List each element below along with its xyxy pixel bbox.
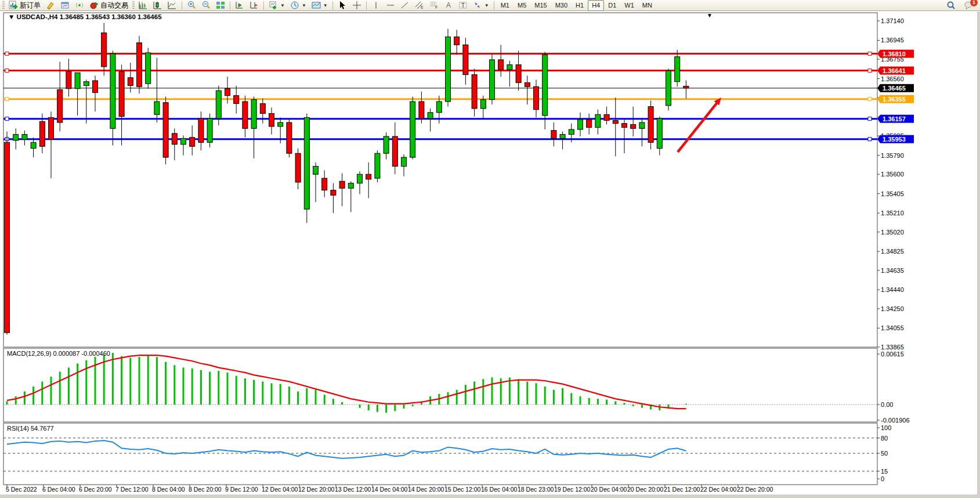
search-button[interactable] bbox=[944, 0, 958, 11]
notification-badge: 1 bbox=[970, 0, 978, 7]
cursor-tool-button[interactable] bbox=[335, 0, 349, 11]
candle bbox=[648, 107, 653, 143]
dropdown-arrow-icon: ▼ bbox=[323, 3, 328, 8]
candle bbox=[392, 136, 397, 166]
timeframe-button-h4[interactable]: H4 bbox=[588, 0, 604, 11]
text-tool-button[interactable]: A bbox=[442, 0, 455, 11]
line-handle[interactable] bbox=[868, 69, 871, 73]
price-tick-label: 1.34250 bbox=[881, 305, 904, 312]
candle bbox=[119, 72, 124, 117]
highlighter-button[interactable] bbox=[44, 0, 57, 11]
new-order-button[interactable]: 新订单 bbox=[6, 0, 43, 11]
candle bbox=[207, 118, 212, 142]
candle bbox=[454, 37, 460, 45]
dropdown-arrow-icon: ▼ bbox=[280, 3, 285, 8]
timeframe-button-m15[interactable]: M15 bbox=[530, 0, 551, 11]
bar-chart-mode-button[interactable] bbox=[136, 0, 150, 11]
rsi-tick-label: 100 bbox=[881, 424, 891, 431]
hline-tool-button[interactable] bbox=[384, 0, 397, 11]
arrows-tool-button[interactable]: ▼ bbox=[471, 0, 491, 11]
line-handle[interactable] bbox=[5, 69, 9, 73]
chart-canvas[interactable]: 1.371401.369451.367551.365601.363701.361… bbox=[0, 12, 980, 498]
timeframe-button-d1[interactable]: D1 bbox=[604, 0, 620, 11]
candle bbox=[384, 136, 389, 153]
candle bbox=[93, 81, 98, 93]
macd-pane[interactable] bbox=[3, 348, 877, 422]
candle bbox=[551, 131, 556, 139]
line-chart-mode-button[interactable] bbox=[165, 0, 179, 11]
dropdown-arrow-icon: ▼ bbox=[302, 3, 306, 8]
main-pane[interactable] bbox=[3, 13, 877, 347]
timeframe-button-h1[interactable]: H1 bbox=[572, 0, 588, 11]
market-window-button[interactable] bbox=[58, 0, 72, 11]
rsi-tick-label: 15 bbox=[881, 468, 888, 475]
templates-button[interactable]: ▼ bbox=[309, 0, 330, 11]
rsi-pane[interactable] bbox=[3, 423, 877, 485]
line-handle[interactable] bbox=[868, 98, 871, 101]
chart-shift-marker[interactable]: ▼ bbox=[707, 12, 713, 19]
candle bbox=[436, 102, 442, 113]
timeframe-button-mn[interactable]: MN bbox=[638, 0, 656, 11]
auto-scroll-button[interactable] bbox=[233, 0, 247, 11]
line-chart-icon bbox=[168, 1, 177, 10]
candle bbox=[128, 78, 133, 86]
crosshair-tool-button[interactable] bbox=[350, 0, 364, 11]
zoom-out-button[interactable] bbox=[199, 0, 213, 11]
candle bbox=[613, 121, 618, 124]
candle bbox=[13, 135, 19, 140]
time-tick-label: 22 Dec 04:00 bbox=[700, 486, 737, 493]
timeframe-button-m30[interactable]: M30 bbox=[551, 0, 572, 11]
candle bbox=[39, 121, 45, 146]
line-handle[interactable] bbox=[868, 52, 871, 56]
rsi-tick-label: 0 bbox=[881, 475, 884, 482]
candle bbox=[243, 102, 248, 128]
candlestick-icon bbox=[153, 1, 162, 10]
price-badge-label: 1.36810 bbox=[883, 50, 906, 57]
channel-tool-button[interactable]: E bbox=[413, 0, 426, 11]
fibonacci-tool-button[interactable]: F bbox=[427, 0, 441, 11]
candle bbox=[75, 73, 80, 88]
window-edge bbox=[977, 12, 980, 498]
price-tick-label: 1.35405 bbox=[881, 190, 904, 197]
time-tick-label: 20 Dec 04:00 bbox=[591, 486, 627, 493]
candlestick-mode-button[interactable] bbox=[151, 0, 165, 11]
line-handle[interactable] bbox=[5, 98, 9, 101]
candle bbox=[622, 124, 627, 128]
vertical-line-icon bbox=[371, 1, 381, 10]
line-handle[interactable] bbox=[5, 117, 9, 121]
vline-tool-button[interactable] bbox=[369, 0, 383, 11]
equidistant-channel-icon: E bbox=[415, 1, 424, 10]
candle bbox=[313, 167, 319, 175]
text-label-tool-button[interactable]: T bbox=[456, 0, 470, 11]
periods-clock-icon bbox=[290, 1, 299, 10]
signals-button[interactable] bbox=[73, 0, 86, 11]
toolbar-separator bbox=[230, 1, 230, 10]
candle bbox=[428, 113, 433, 118]
candle bbox=[657, 118, 662, 148]
price-tick-label: 1.35210 bbox=[881, 210, 904, 216]
new-chart-button[interactable]: ▼ bbox=[266, 0, 287, 11]
periods-button[interactable]: ▼ bbox=[288, 0, 309, 11]
candle bbox=[49, 117, 54, 139]
trendline-tool-button[interactable] bbox=[398, 0, 412, 11]
candle bbox=[480, 100, 486, 109]
svg-text:F: F bbox=[435, 5, 437, 9]
time-tick-label: 7 Dec 12:00 bbox=[115, 486, 149, 493]
chart-title: ▼ USDCAD-,H4 1.36485 1.36543 1.36360 1.3… bbox=[8, 13, 162, 20]
price-tick-label: 1.34055 bbox=[881, 324, 904, 331]
tile-windows-button[interactable] bbox=[214, 0, 227, 11]
time-tick-label: 19 Dec 12:00 bbox=[554, 486, 591, 493]
candle bbox=[287, 122, 292, 153]
zoom-out-icon bbox=[201, 1, 211, 10]
timeframe-button-m5[interactable]: M5 bbox=[513, 0, 530, 11]
line-handle[interactable] bbox=[868, 138, 871, 141]
chart-area[interactable]: 1.371401.369451.367551.365601.363701.361… bbox=[0, 12, 980, 498]
line-handle[interactable] bbox=[5, 52, 9, 56]
autotrade-button[interactable]: 自动交易 bbox=[87, 0, 131, 11]
timeframe-button-m1[interactable]: M1 bbox=[497, 0, 513, 11]
notifications-button[interactable]: 1 bbox=[961, 0, 975, 11]
zoom-in-button[interactable] bbox=[185, 0, 198, 11]
chart-shift-button[interactable] bbox=[247, 0, 261, 11]
line-handle[interactable] bbox=[868, 117, 871, 121]
timeframe-button-w1[interactable]: W1 bbox=[620, 0, 638, 11]
